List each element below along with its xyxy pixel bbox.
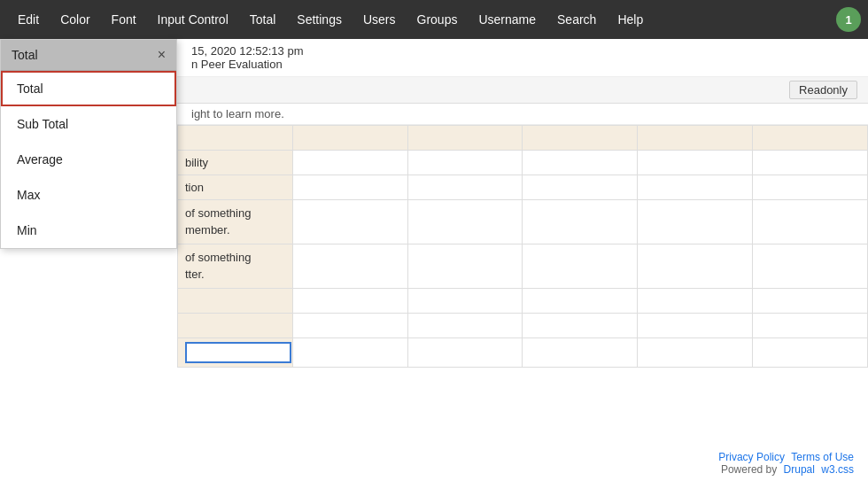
- data-cell[interactable]: [292, 200, 407, 244]
- data-cell[interactable]: [753, 244, 868, 289]
- data-cell[interactable]: [292, 289, 407, 314]
- header-cell-1: [292, 126, 407, 151]
- dropdown-item-average[interactable]: Average: [1, 142, 176, 177]
- data-cell[interactable]: [523, 151, 638, 175]
- data-cell[interactable]: [407, 289, 523, 314]
- readonly-bar: Readonly: [177, 77, 868, 104]
- total-dropdown: Total × Total Sub Total Average Max Min: [0, 39, 177, 249]
- data-cell[interactable]: [638, 338, 753, 368]
- table-row: [178, 289, 868, 314]
- data-cell[interactable]: [638, 244, 753, 289]
- data-cell[interactable]: [753, 314, 868, 338]
- data-cell[interactable]: [523, 314, 638, 338]
- data-cell[interactable]: [292, 175, 407, 200]
- dropdown-item-sub-total[interactable]: Sub Total: [1, 106, 176, 142]
- footer-privacy-link[interactable]: Privacy Policy: [718, 451, 785, 463]
- data-cell[interactable]: [638, 151, 753, 175]
- footer-drupal-link[interactable]: Drupal: [784, 463, 815, 476]
- navbar-item-username[interactable]: Username: [468, 0, 546, 39]
- data-cell[interactable]: [407, 175, 523, 200]
- header-cell-3: [523, 126, 638, 151]
- data-cell[interactable]: [292, 151, 407, 175]
- row-header-2: of something member.: [178, 200, 293, 244]
- navbar-item-help[interactable]: Help: [607, 0, 654, 39]
- dropdown-item-min[interactable]: Min: [1, 213, 176, 248]
- data-cell[interactable]: [523, 200, 638, 244]
- footer: Privacy Policy Terms of Use Powered by D…: [704, 446, 868, 481]
- grid-container: bility tion of something member.: [177, 125, 868, 368]
- info-bar: 15, 2020 12:52:13 pm n Peer Evaluation: [177, 39, 868, 77]
- navbar-items: Edit Color Font Input Control Total Sett…: [7, 0, 833, 39]
- data-cell[interactable]: [638, 200, 753, 244]
- row-header-3: of something tter.: [178, 244, 293, 289]
- data-cell[interactable]: [523, 244, 638, 289]
- data-cell[interactable]: [753, 338, 868, 368]
- dropdown-item-total[interactable]: Total: [1, 71, 176, 106]
- table-row: [178, 314, 868, 338]
- row-header-1: tion: [178, 175, 293, 200]
- data-cell[interactable]: [638, 314, 753, 338]
- data-cell[interactable]: [753, 175, 868, 200]
- navbar-item-input-control[interactable]: Input Control: [147, 0, 239, 39]
- data-cell[interactable]: [753, 289, 868, 314]
- title-text: n Peer Evaluation: [191, 58, 283, 71]
- date-text: 15, 2020 12:52:13 pm: [191, 44, 304, 58]
- grid-table: bility tion of something member.: [177, 125, 868, 368]
- user-avatar[interactable]: 1: [836, 7, 861, 32]
- navbar-item-font[interactable]: Font: [101, 0, 147, 39]
- data-cell[interactable]: [407, 151, 523, 175]
- dropdown-item-max[interactable]: Max: [1, 177, 176, 213]
- data-cell[interactable]: [407, 338, 523, 368]
- data-cell[interactable]: [523, 289, 638, 314]
- data-cell[interactable]: [292, 244, 407, 289]
- header-cell-2: [407, 126, 523, 151]
- main-content: 15, 2020 12:52:13 pm n Peer Evaluation R…: [177, 39, 868, 481]
- header-cell-0: [178, 126, 293, 151]
- readonly-button[interactable]: Readonly: [789, 81, 857, 99]
- hint-text: ight to learn more.: [191, 107, 284, 120]
- data-cell[interactable]: [638, 175, 753, 200]
- header-cell-5: [753, 126, 868, 151]
- data-cell[interactable]: [753, 200, 868, 244]
- data-cell[interactable]: [407, 200, 523, 244]
- data-cell[interactable]: [292, 338, 407, 368]
- data-cell[interactable]: [407, 244, 523, 289]
- footer-powered-by: Powered by: [721, 463, 777, 476]
- table-row: bility: [178, 151, 868, 175]
- dropdown-tab-label: Total: [12, 48, 38, 62]
- data-cell[interactable]: [753, 151, 868, 175]
- navbar-item-users[interactable]: Users: [353, 0, 407, 39]
- table-row: [178, 338, 868, 368]
- row-header-5: [178, 314, 293, 338]
- data-cell[interactable]: [292, 314, 407, 338]
- navbar-item-edit[interactable]: Edit: [7, 0, 50, 39]
- navbar-item-search[interactable]: Search: [546, 0, 607, 39]
- navbar-item-total[interactable]: Total: [239, 0, 287, 39]
- row-header-6: [178, 338, 293, 368]
- table-row: of something member.: [178, 200, 868, 244]
- row-header-0: bility: [178, 151, 293, 175]
- navbar: Edit Color Font Input Control Total Sett…: [0, 0, 868, 39]
- navbar-item-groups[interactable]: Groups: [407, 0, 469, 39]
- header-cell-4: [638, 126, 753, 151]
- data-cell[interactable]: [407, 314, 523, 338]
- table-row: of something tter.: [178, 244, 868, 289]
- active-cell-input[interactable]: [185, 342, 291, 363]
- dropdown-tab: Total ×: [1, 40, 176, 71]
- row-header-4: [178, 289, 293, 314]
- footer-terms-link[interactable]: Terms of Use: [791, 451, 854, 463]
- navbar-item-settings[interactable]: Settings: [286, 0, 353, 39]
- data-cell[interactable]: [523, 338, 638, 368]
- navbar-item-color[interactable]: Color: [50, 0, 100, 39]
- footer-w3css-link[interactable]: w3.css: [821, 463, 854, 476]
- data-cell[interactable]: [638, 289, 753, 314]
- data-cell[interactable]: [523, 175, 638, 200]
- dropdown-close-button[interactable]: ×: [158, 47, 166, 63]
- hint-bar: ight to learn more.: [177, 104, 868, 125]
- table-header-row: [178, 126, 868, 151]
- table-row: tion: [178, 175, 868, 200]
